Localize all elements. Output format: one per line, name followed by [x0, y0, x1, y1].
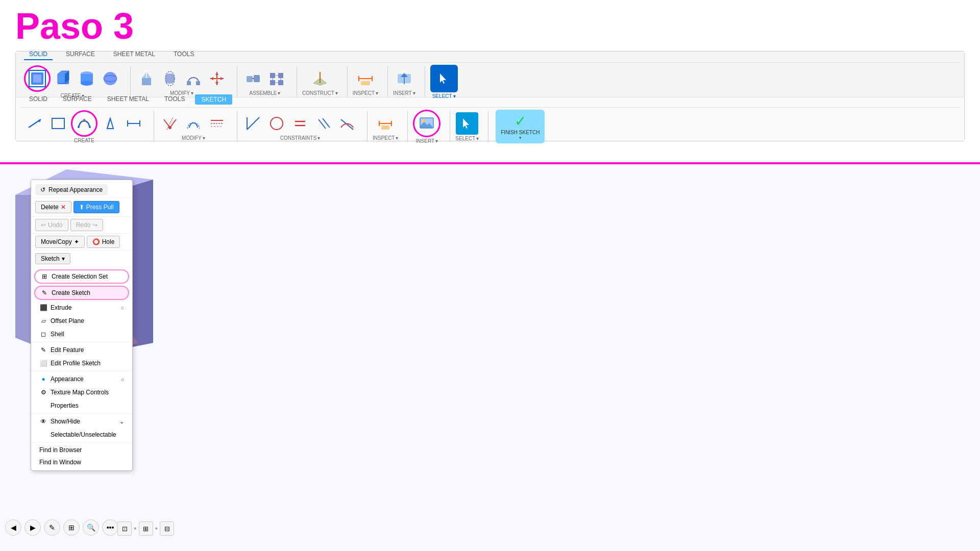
tangent-icon[interactable] [336, 113, 358, 134]
extrude-item[interactable]: ⬛ Extrude e [31, 301, 132, 314]
pattern-sketch-icon[interactable] [206, 113, 228, 134]
properties-item[interactable]: Properties [31, 399, 132, 412]
tab-sheet-metal[interactable]: SHEET METAL [108, 49, 160, 60]
toolbar-row2: SOLID SURFACE SHEET METAL TOOLS SKETCH [16, 97, 964, 141]
joints-icon[interactable] [266, 68, 287, 89]
dimension-icon[interactable] [123, 113, 144, 134]
repeat-appearance-btn[interactable]: ↺ Repeat Appearance [35, 184, 108, 195]
repeat-icon: ↺ [40, 186, 45, 193]
separator4 [31, 442, 132, 443]
sphere-icon[interactable] [100, 68, 121, 89]
redo-icon: ↪ [92, 221, 97, 229]
extrude-icon[interactable] [136, 68, 157, 89]
solid-box-icon[interactable] [53, 68, 74, 89]
cylinder-icon[interactable] [76, 68, 97, 89]
create-icon-highlight [24, 65, 51, 92]
arc-icon[interactable] [100, 113, 121, 134]
page-title: Paso 3 [15, 5, 134, 47]
svg-point-65 [271, 117, 283, 130]
create-selection-set-item[interactable]: ⊞ Create Selection Set [34, 269, 129, 284]
svg-text:✦: ✦ [215, 78, 219, 82]
texture-map-item[interactable]: ⚙ Texture Map Controls [31, 386, 132, 399]
show-hide-item[interactable]: 👁 Show/Hide ⌄ [31, 415, 132, 428]
shell-item[interactable]: ◻ Shell [31, 328, 132, 341]
svg-line-70 [341, 119, 353, 130]
press-pull-icon: ⬆ [79, 204, 84, 211]
finish-sketch-btn[interactable]: ✓ FINISH SKETCH ▾ [496, 110, 545, 143]
context-menu: ↺ Repeat Appearance Delete ✕ ⬆ Press Pul… [31, 180, 133, 471]
select-label-sketch: SELECT ▾ [455, 136, 479, 141]
inspect-section-r1: INSPECT ▾ [353, 68, 378, 96]
next-btn[interactable]: ▶ [24, 519, 41, 536]
selection-set-icon: ⊞ [40, 272, 48, 281]
plane-icon[interactable] [309, 68, 331, 89]
redo-btn[interactable]: Redo ↪ [70, 219, 104, 231]
grid-view-btn[interactable]: ⊡ [117, 521, 132, 536]
find-browser-item[interactable]: Find in Browser [31, 444, 132, 456]
sketch-dropdown-row: Sketch ▾ [31, 251, 132, 267]
perpendicular-icon[interactable] [242, 113, 264, 134]
divider-s1 [154, 111, 154, 142]
modify-label-sketch: MODIFY ▾ [182, 135, 205, 141]
circle-constraint-icon[interactable] [266, 113, 287, 134]
joint-icon[interactable] [242, 68, 264, 89]
grid-list-btn[interactable]: ⊞ [139, 521, 153, 536]
constraints-section: CONSTRAINTS ▾ [242, 113, 358, 141]
undo-btn[interactable]: ↩ Undo [35, 219, 68, 231]
edit-feature-icon: ✎ [39, 346, 47, 354]
tab2-sketch[interactable]: SKETCH [195, 94, 232, 105]
revolve-icon[interactable] [159, 68, 181, 89]
bottom-nav: ◀ ▶ ✎ ⊞ 🔍 ••• [5, 519, 118, 536]
equal-icon[interactable] [289, 113, 311, 134]
offset-icon[interactable] [183, 113, 204, 134]
move-icon: ✦ [74, 238, 79, 245]
divider-s6 [488, 111, 488, 142]
tab-solid[interactable]: SOLID [24, 49, 53, 60]
insert-derive-icon[interactable] [394, 68, 415, 89]
separator2 [31, 371, 132, 371]
selectable-item[interactable]: Selectable/Unselectable [31, 428, 132, 441]
find-window-item[interactable]: Find in Window [31, 456, 132, 468]
tab-surface[interactable]: SURFACE [61, 49, 100, 60]
press-pull-btn[interactable]: ⬆ Press Pull [74, 201, 119, 213]
more-btn[interactable]: ••• [102, 519, 118, 536]
prev-btn[interactable]: ◀ [5, 519, 21, 536]
offset-plane-item[interactable]: ▱ Offset Plane [31, 314, 132, 328]
select-btn-sketch[interactable] [456, 112, 478, 135]
inspect-section-sketch: INSPECT ▾ [373, 113, 398, 141]
svg-point-48 [78, 126, 80, 128]
edit-btn[interactable]: ✎ [44, 519, 60, 536]
spline-icon[interactable] [74, 113, 95, 134]
constraints-label: CONSTRAINTS ▾ [280, 135, 321, 141]
move-copy-btn[interactable]: Move/Copy ✦ [35, 236, 85, 248]
select-btn-r1[interactable] [430, 65, 458, 92]
sweep-icon[interactable] [183, 68, 204, 89]
svg-rect-16 [196, 81, 200, 85]
measure-icon[interactable] [355, 68, 376, 89]
grid-detail-btn[interactable]: ⊟ [160, 521, 174, 536]
modify-section-sketch: MODIFY ▾ [159, 113, 228, 141]
parallel-icon[interactable] [313, 113, 334, 134]
svg-rect-28 [278, 73, 283, 78]
trim-icon[interactable] [159, 113, 181, 134]
line-icon[interactable] [24, 113, 45, 134]
grid-divider: • [134, 524, 137, 533]
divider-s3 [367, 111, 368, 142]
edit-profile-sketch-item[interactable]: ⬜ Edit Profile Sketch [31, 357, 132, 370]
toolbar-container: SOLID SURFACE SHEET METAL TOOLS [15, 51, 965, 141]
insert-image-icon[interactable] [416, 113, 437, 134]
grid-btn[interactable]: ⊞ [63, 519, 80, 536]
move-icon[interactable]: ✦ [206, 68, 228, 89]
new-component-icon[interactable] [27, 68, 48, 89]
finish-sketch-arrow: ▾ [519, 135, 522, 140]
hole-btn[interactable]: ⭕ Hole [87, 236, 120, 248]
create-sketch-item[interactable]: ✎ Create Sketch [34, 286, 129, 300]
measure-sketch-icon[interactable] [375, 113, 396, 134]
sketch-dropdown-btn[interactable]: Sketch ▾ [35, 253, 70, 264]
search-btn[interactable]: 🔍 [83, 519, 99, 536]
tab-tools[interactable]: TOOLS [168, 49, 199, 60]
rectangle-icon[interactable] [47, 113, 69, 134]
appearance-item[interactable]: ● Appearance a [31, 372, 132, 386]
edit-feature-item[interactable]: ✎ Edit Feature [31, 343, 132, 357]
delete-btn[interactable]: Delete ✕ [35, 201, 71, 213]
